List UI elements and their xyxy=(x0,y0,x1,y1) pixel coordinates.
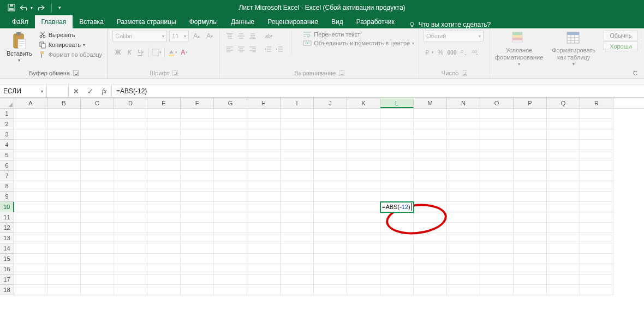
cell[interactable] xyxy=(214,160,247,171)
cell[interactable] xyxy=(514,254,547,264)
cell[interactable] xyxy=(547,150,580,160)
orientation-icon[interactable]: ab▾ xyxy=(263,31,273,41)
cell[interactable] xyxy=(14,119,47,129)
name-box[interactable]: ЕСЛИ ▾ xyxy=(0,85,47,97)
cell[interactable] xyxy=(281,233,314,243)
cell[interactable] xyxy=(214,150,247,160)
cell[interactable] xyxy=(81,285,114,295)
cell[interactable] xyxy=(580,223,613,233)
align-right-icon[interactable] xyxy=(247,44,258,55)
cell[interactable] xyxy=(580,140,613,150)
cell[interactable] xyxy=(281,223,314,233)
cell[interactable] xyxy=(547,140,580,150)
column-header[interactable]: B xyxy=(47,98,81,108)
cell[interactable] xyxy=(514,181,547,192)
cell[interactable] xyxy=(314,285,347,295)
cell[interactable] xyxy=(47,150,81,160)
cell[interactable] xyxy=(181,129,214,140)
cell[interactable] xyxy=(214,129,247,140)
row-header[interactable]: 4 xyxy=(0,140,14,150)
cell[interactable] xyxy=(580,212,613,223)
tab-file[interactable]: Файл xyxy=(5,15,35,28)
cell[interactable] xyxy=(14,150,47,160)
align-left-icon[interactable] xyxy=(224,44,235,55)
cell[interactable] xyxy=(147,181,181,192)
cell[interactable] xyxy=(347,233,380,243)
cell[interactable] xyxy=(580,275,613,285)
column-header[interactable]: R xyxy=(580,98,613,108)
cell[interactable] xyxy=(380,150,414,160)
cell[interactable] xyxy=(181,275,214,285)
cell[interactable] xyxy=(114,285,147,295)
cell[interactable] xyxy=(580,285,613,295)
cell[interactable] xyxy=(414,140,447,150)
column-header[interactable]: N xyxy=(447,98,480,108)
cell[interactable] xyxy=(114,119,147,129)
tab-review[interactable]: Рецензирование xyxy=(261,15,325,28)
cell[interactable] xyxy=(414,212,447,223)
row-header[interactable]: 12 xyxy=(0,223,14,233)
cell[interactable] xyxy=(547,202,580,212)
cell[interactable] xyxy=(47,192,81,202)
undo-icon[interactable]: ▾ xyxy=(20,4,33,11)
dialog-launcher-icon[interactable] xyxy=(339,70,344,76)
cell[interactable] xyxy=(580,233,613,243)
cell[interactable] xyxy=(114,160,147,171)
cut-button[interactable]: Вырезать xyxy=(38,31,104,39)
paste-button[interactable]: Вставить ▾ xyxy=(4,31,34,64)
column-header[interactable]: J xyxy=(314,98,347,108)
column-header[interactable]: G xyxy=(214,98,247,108)
cell[interactable] xyxy=(47,119,81,129)
cell[interactable] xyxy=(81,264,114,275)
font-size-combo[interactable]: 11▾ xyxy=(169,31,189,41)
cell[interactable] xyxy=(414,171,447,181)
cell[interactable] xyxy=(14,212,47,223)
cell[interactable] xyxy=(281,150,314,160)
cell[interactable] xyxy=(514,171,547,181)
row-header[interactable]: 14 xyxy=(0,243,14,254)
cell[interactable] xyxy=(181,109,214,119)
cell[interactable] xyxy=(414,264,447,275)
cell[interactable] xyxy=(47,140,81,150)
cell[interactable] xyxy=(447,285,480,295)
cell[interactable] xyxy=(214,243,247,254)
cell[interactable] xyxy=(181,243,214,254)
column-header[interactable]: K xyxy=(347,98,380,108)
cell[interactable] xyxy=(447,140,480,150)
cell[interactable] xyxy=(281,285,314,295)
cell[interactable] xyxy=(14,181,47,192)
cell[interactable] xyxy=(14,254,47,264)
cell[interactable] xyxy=(414,243,447,254)
cancel-formula-icon[interactable]: ✕ xyxy=(69,87,83,96)
cell[interactable] xyxy=(347,160,380,171)
cell[interactable] xyxy=(181,212,214,223)
cell[interactable] xyxy=(480,254,514,264)
cell[interactable] xyxy=(47,264,81,275)
insert-function-icon[interactable]: fx xyxy=(97,87,111,96)
cell[interactable] xyxy=(514,140,547,150)
cell[interactable] xyxy=(380,264,414,275)
cell[interactable] xyxy=(114,109,147,119)
cell[interactable] xyxy=(247,243,281,254)
cell[interactable] xyxy=(147,129,181,140)
cell[interactable] xyxy=(314,212,347,223)
row-header[interactable]: 1 xyxy=(0,109,14,119)
row-header[interactable]: 16 xyxy=(0,264,14,275)
cell[interactable] xyxy=(547,181,580,192)
cell[interactable] xyxy=(14,202,47,212)
cell[interactable] xyxy=(214,119,247,129)
cell[interactable] xyxy=(281,243,314,254)
column-header[interactable]: H xyxy=(247,98,281,108)
column-header[interactable]: M xyxy=(414,98,447,108)
cell[interactable] xyxy=(81,243,114,254)
cell[interactable] xyxy=(347,140,380,150)
align-middle-icon[interactable] xyxy=(236,31,247,41)
row-header[interactable]: 11 xyxy=(0,212,14,223)
cell[interactable] xyxy=(247,160,281,171)
cell[interactable] xyxy=(547,254,580,264)
cell[interactable] xyxy=(414,109,447,119)
cell[interactable] xyxy=(314,264,347,275)
cell[interactable] xyxy=(147,223,181,233)
cell[interactable] xyxy=(347,129,380,140)
cell[interactable] xyxy=(147,212,181,223)
